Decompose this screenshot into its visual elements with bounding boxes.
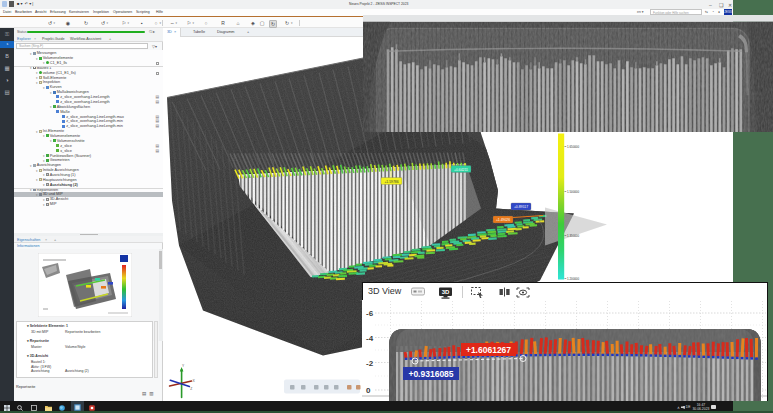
svg-text:-4: -4 xyxy=(366,334,374,343)
svg-text:+1.49026: +1.49026 xyxy=(496,218,510,222)
svg-text:1.200000: 1.200000 xyxy=(567,276,579,280)
svg-text:1.500000: 1.500000 xyxy=(567,189,579,193)
svg-text:+0.64211: +0.64211 xyxy=(454,167,468,171)
svg-text:-6: -6 xyxy=(366,309,374,318)
svg-text:0: 0 xyxy=(366,386,371,395)
svg-text:3D: 3D xyxy=(442,289,450,295)
svg-text:Z: Z xyxy=(190,386,192,390)
svg-text:-2: -2 xyxy=(366,359,374,368)
svg-text:+0.9316085: +0.9316085 xyxy=(408,369,453,379)
svg-text:1.650000: 1.650000 xyxy=(567,144,579,148)
svg-text:+0.89517: +0.89517 xyxy=(514,205,528,209)
svg-text:1.350000: 1.350000 xyxy=(567,233,579,237)
svg-text:+1.6061267: +1.6061267 xyxy=(466,345,511,355)
svg-text:+1.59786: +1.59786 xyxy=(384,179,398,183)
